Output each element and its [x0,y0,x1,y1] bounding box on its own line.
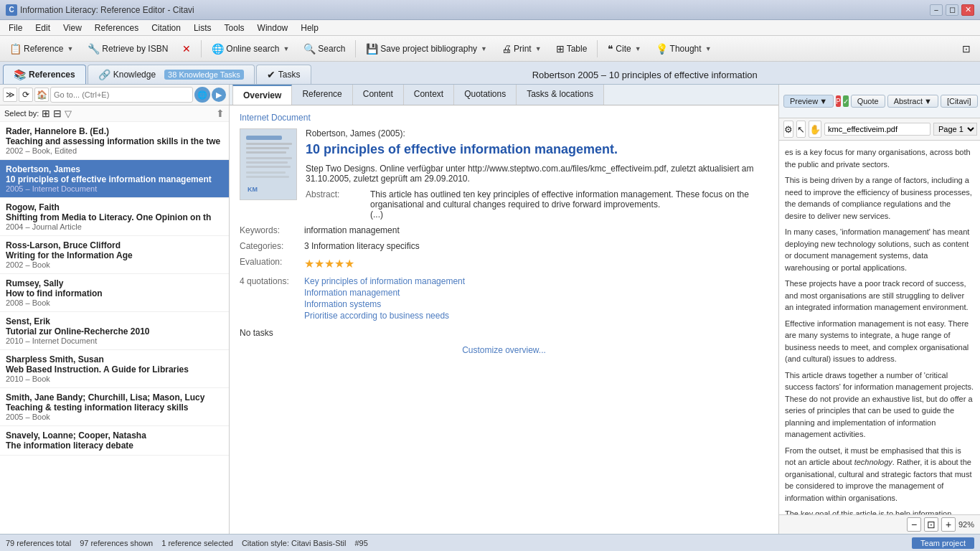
evaluation-label: Evaluation: [240,257,304,270]
retrieve-isbn-button[interactable]: 🔧 Retrieve by ISBN [81,39,174,59]
quotation-item-4[interactable]: Prioritise according to business needs [304,311,465,321]
doc-type[interactable]: Internet Document [240,113,768,123]
tab-tasks-locations[interactable]: Tasks & locations [517,85,604,105]
zoom-toolbar: − ⊡ + 92% [779,514,980,534]
titlebar-controls[interactable]: − ◻ ✕ [930,4,974,16]
nav-up-button[interactable]: 🏠 [34,88,49,102]
svg-rect-7 [246,166,291,168]
menu-lists[interactable]: Lists [188,22,217,34]
reference-list-item-6[interactable]: Sharpless Smith, Susan Web Based Instruc… [0,350,229,388]
pdf-para-7: The key goal of this article is to help … [785,508,974,514]
tab-reference[interactable]: Reference [292,85,352,105]
reference-list-item-5[interactable]: Senst, Erik Tutorial zur Online-Recherch… [0,312,229,350]
reference-list-item-8[interactable]: Snavely, Loanne; Cooper, Natasha The inf… [0,426,229,456]
hash: #95 [354,539,367,547]
quotation-item-3[interactable]: Information systems [304,299,465,309]
toolbar-separator-1 [201,40,202,57]
pdf-para-2: In many cases, 'information management' … [785,226,974,273]
abstract-label: Abstract [894,97,923,105]
categories-field: Categories: 3 Information literacy speci… [240,241,768,251]
citavi-button[interactable]: [Citavi] [941,95,978,108]
layout-button[interactable]: ⊡ [956,39,977,59]
tab-overview[interactable]: Overview [232,85,292,105]
tasks-value: No tasks [240,328,273,338]
pdf-intro-text: es is a key focus for many organisations… [785,146,974,170]
nav-back-button[interactable]: ≫ [3,88,17,102]
menu-file[interactable]: File [3,22,28,34]
menu-view[interactable]: View [57,22,88,34]
save-bib-button[interactable]: 💾 Save project bibliography ▼ [359,39,494,59]
customize-overview-link[interactable]: Customize overview... [240,345,768,355]
ref-title: How to find information [6,288,223,298]
online-search-arrow: ▼ [283,45,289,52]
print-button[interactable]: 🖨 Print ▼ [495,39,548,59]
quotation-item-1[interactable]: Key principles of information management [304,276,465,286]
reference-list-item-0[interactable]: Rader, Hannelore B. (Ed.) Teaching and a… [0,122,229,160]
reference-list-item-7[interactable]: Smith, Jane Bandy; Churchill, Lisa; Maso… [0,388,229,426]
reference-button[interactable]: 📋 Reference ▼ [3,39,80,59]
menu-help[interactable]: Help [295,22,324,34]
tab-tasks[interactable]: ✔ Tasks [256,65,311,84]
delete-button[interactable]: ✕ [176,39,197,59]
ref-title: Tutorial zur Online-Recherche 2010 [6,326,223,336]
retrieve-icon: 🔧 [88,43,100,55]
select-none-icon[interactable]: ⊟ [53,108,62,119]
pdf-filename-input[interactable] [824,123,930,136]
green-icon[interactable]: ✓ [843,95,849,107]
search-button[interactable]: 🔍 Search [297,39,352,59]
quote-button[interactable]: Quote [851,95,885,108]
tab-quotations[interactable]: Quotations [454,85,517,105]
zoom-out-button[interactable]: − [907,517,921,532]
online-search-icon: 🌐 [212,43,224,55]
detail-tabs: Overview Reference Content Context Quota… [230,85,778,105]
tasks-tab-icon: ✔ [267,69,275,80]
table-button[interactable]: ⊞ Table [550,39,594,59]
star-rating[interactable]: ★★★★★ [304,257,354,270]
minimize-button[interactable]: − [930,4,943,16]
scroll-right: ⬆ [216,108,225,119]
reference-list-item-1[interactable]: Robertson, James 10 principles of effect… [0,160,229,198]
pdf-settings-button[interactable]: ⚙ [783,121,793,138]
preview-button[interactable]: Preview ▼ [783,95,834,108]
pdf-hand-button[interactable]: ✋ [809,121,821,138]
zoom-fit-button[interactable]: ⊡ [924,517,938,532]
tab-knowledge[interactable]: 🔗 Knowledge 38 Knowledge Tasks [88,65,255,84]
restore-button[interactable]: ◻ [946,4,958,16]
tab-references[interactable]: 📚 References [3,65,86,84]
reference-list-item-3[interactable]: Ross-Larson, Bruce Clifford Writing for … [0,236,229,274]
tab-content[interactable]: Content [353,85,404,105]
ref-year-type: 2002 – Book, Edited [6,146,223,155]
arrow-button[interactable]: ▶ [212,88,226,102]
select-all-icon[interactable]: ⊞ [42,108,50,119]
reference-dropdown-arrow: ▼ [67,45,73,52]
preview-toolbar: Preview ▼ P ✓ Quote Abstract ▼ [Citavi] … [779,85,980,118]
menu-window[interactable]: Window [252,22,294,34]
doc-title: 10 principles of effective information m… [306,141,768,158]
team-project-button[interactable]: Team project [912,537,974,549]
close-button[interactable]: ✕ [961,4,974,16]
menu-references[interactable]: References [89,22,144,34]
quotation-item-2[interactable]: Information management [304,288,465,298]
nav-forward-button[interactable]: ⟳ [19,88,33,102]
abstract-button[interactable]: Abstract ▼ [887,95,938,108]
search-input[interactable] [50,87,193,103]
globe-button[interactable]: 🌐 [194,87,210,103]
reference-list-item-2[interactable]: Rogow, Faith Shifting from Media to Lite… [0,198,229,236]
pdf-cursor-button[interactable]: ↖ [796,121,806,138]
menu-citation[interactable]: Citation [146,22,187,34]
menu-tools[interactable]: Tools [219,22,250,34]
reference-list-item-4[interactable]: Rumsey, Sally How to find information 20… [0,274,229,312]
tab-context[interactable]: Context [404,85,454,105]
pdf-icon[interactable]: P [836,95,841,107]
filter-icon[interactable]: ▽ [65,108,72,119]
print-arrow: ▼ [535,45,542,52]
toolbar-separator-3 [597,40,598,57]
zoom-in-button[interactable]: + [941,517,956,532]
cite-button[interactable]: ❝ Cite ▼ [601,39,647,59]
shown-refs: 97 references shown [80,539,153,547]
main-area: ≫ ⟳ 🏠 🌐 ▶ Select by: ⊞ ⊟ ▽ ⬆ Rader, Hann… [0,85,980,534]
pdf-page-select[interactable]: Page 1 [933,123,977,136]
thought-button[interactable]: 💡 Thought ▼ [649,39,718,59]
menu-edit[interactable]: Edit [29,22,56,34]
online-search-button[interactable]: 🌐 Online search ▼ [205,39,296,59]
